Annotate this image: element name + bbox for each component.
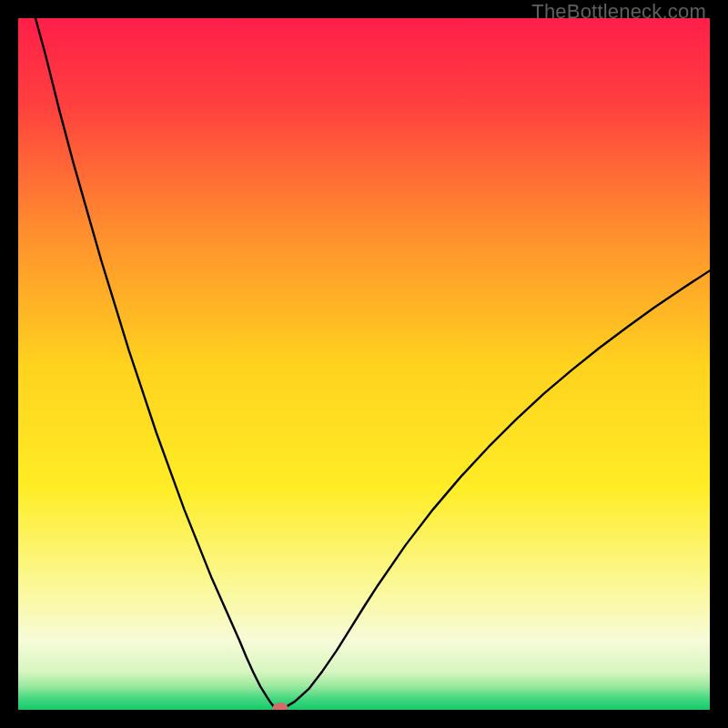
bottleneck-chart [18,18,710,710]
chart-frame [18,18,710,710]
